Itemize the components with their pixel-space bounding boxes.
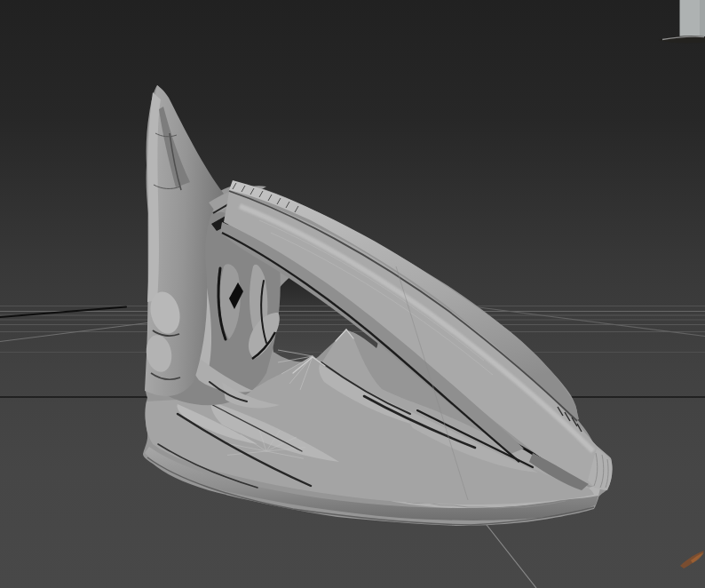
viewport-3d[interactable] — [0, 0, 705, 588]
scene-canvas[interactable] — [0, 0, 705, 588]
